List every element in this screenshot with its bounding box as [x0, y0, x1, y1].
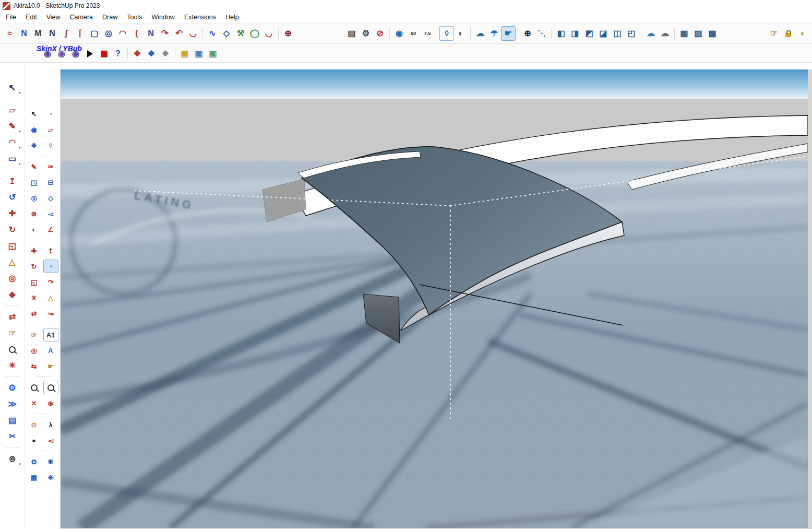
palette-pencil-icon[interactable]: ✎	[27, 160, 41, 173]
arc-up-icon[interactable]: ◠	[116, 27, 129, 40]
palette-push-hand-icon[interactable]: ☛	[44, 360, 58, 372]
petal-curve-icon[interactable]: ◡	[262, 27, 276, 40]
box-yellow-icon[interactable]: ▣	[178, 47, 192, 61]
open-folder-icon[interactable]: ▤	[345, 27, 359, 40]
palette-zoom-window-icon[interactable]	[44, 381, 58, 394]
menu-item-extensions[interactable]: Extensions	[180, 13, 221, 22]
palette-compass-icon[interactable]: ⊕	[27, 207, 41, 220]
corner-arc-icon[interactable]: ⌈	[74, 27, 87, 40]
menu-item-edit[interactable]: Edit	[21, 13, 42, 22]
palette-grab-icon[interactable]: ☞	[27, 328, 41, 341]
palette-swap-icon[interactable]: ⇆	[27, 360, 41, 372]
palette-circle-icon[interactable]: ◎	[27, 192, 41, 204]
palette-camera-stand-icon[interactable]: ⊙	[27, 418, 41, 431]
grid-dense-icon[interactable]: ▩	[706, 27, 719, 40]
palette-spiral-icon[interactable]: ◐	[27, 223, 41, 236]
component-c-icon[interactable]: ◩	[582, 27, 596, 40]
avatar-button-dropdown[interactable]: ▾	[19, 462, 21, 466]
cloud-left-icon[interactable]: ☁	[473, 27, 487, 40]
line-tool-dropdown[interactable]: ▾	[19, 130, 21, 134]
palette-zoom-cancel-icon[interactable]: ✕	[27, 397, 41, 409]
cloud-sync-icon[interactable]: ☁	[644, 27, 658, 40]
palette-taper-icon[interactable]: △	[44, 291, 58, 304]
polygon-icon[interactable]: ◇	[220, 27, 233, 40]
avatar-button[interactable]: ⊚▾	[5, 453, 20, 465]
hatch-pattern-icon[interactable]: ◐	[454, 27, 468, 40]
pointing-hand-icon[interactable]: ☛	[501, 27, 515, 40]
palette-select-icon[interactable]: ↖	[27, 108, 41, 120]
lock-icon[interactable]	[781, 27, 795, 40]
arc-tool[interactable]: ◠▾	[5, 136, 20, 149]
scale-7-5-icon[interactable]: 7.5	[421, 27, 434, 40]
cloud-up-icon[interactable]: ☂	[487, 27, 501, 40]
rotated-curve-icon[interactable]: ↷	[158, 27, 172, 40]
export-red-icon[interactable]: ❖	[130, 47, 144, 61]
bezier-curve-icon[interactable]: N	[17, 27, 31, 40]
line-tool[interactable]: ✎▾	[5, 120, 20, 133]
water-drop-icon[interactable]: ◊	[440, 27, 453, 40]
palette-text-tag-icon[interactable]: A1	[44, 328, 58, 341]
compass-icon[interactable]: ⊕	[281, 27, 295, 40]
palette-polygon-icon[interactable]: ◇	[44, 192, 58, 204]
palette-look-icon[interactable]: ◅	[44, 434, 58, 446]
palette-zoom-icon[interactable]	[27, 381, 41, 394]
followme-tool[interactable]: ↺	[5, 191, 20, 204]
component-f-icon[interactable]: ◰	[625, 27, 638, 40]
s-curve-icon[interactable]: ∫	[59, 27, 73, 40]
scale-50-icon[interactable]: 50	[407, 27, 420, 40]
open-curve-icon[interactable]: (	[130, 27, 144, 40]
palette-font-icon[interactable]: A	[44, 344, 58, 357]
help-button[interactable]: ?	[111, 47, 125, 61]
model-gear-tool[interactable]: ⚙	[5, 382, 20, 394]
dashed-line-icon[interactable]: ⋱	[535, 27, 548, 40]
menu-item-camera[interactable]: Camera	[65, 13, 98, 22]
component-b-icon[interactable]: ◨	[568, 27, 582, 40]
palette-orbit-flag-icon[interactable]: ◔	[44, 108, 58, 120]
polyline-icon[interactable]: N	[144, 27, 158, 40]
palette-walk-icon[interactable]: λ	[44, 418, 58, 431]
export-gray-icon[interactable]: ❖	[159, 47, 172, 61]
palette-axes-icon[interactable]: ◎	[27, 344, 41, 357]
rounded-rectangle-icon[interactable]: ▢	[88, 27, 101, 40]
double-spline-icon[interactable]: M	[31, 27, 45, 40]
rectangle-tool[interactable]: ▭▾	[5, 152, 20, 165]
spline-icon[interactable]: N	[45, 27, 59, 40]
box-blue-icon[interactable]: ▣	[192, 47, 206, 61]
grid-diagonal-icon[interactable]: ▨	[691, 27, 705, 40]
palette-mirror-icon[interactable]: ⇄	[27, 307, 41, 320]
palette-rect-pair-icon[interactable]: ⊟	[44, 176, 58, 189]
move-tool[interactable]: ✚	[5, 207, 20, 220]
cloud-alt-icon[interactable]: ☁	[658, 27, 672, 40]
sine-line-icon[interactable]: ∿	[206, 27, 219, 40]
export-blue-icon[interactable]: ❖	[145, 47, 158, 61]
zoom-extents-tool[interactable]: ✳	[5, 359, 20, 372]
palette-extrude-icon[interactable]: ↥	[44, 244, 58, 257]
rotate-tool[interactable]: ↻	[5, 224, 20, 236]
palette-rect-corner-icon[interactable]: ◳	[27, 176, 41, 189]
menu-item-tools[interactable]: Tools	[122, 13, 147, 22]
stop-script-button[interactable]	[97, 47, 111, 61]
palette-arc-segment-icon[interactable]: ◔	[44, 260, 58, 273]
palette-soft-eraser-icon[interactable]: ▱	[44, 123, 58, 136]
palette-gear-icon[interactable]: ⚙	[27, 455, 41, 468]
run-script-button[interactable]	[83, 47, 97, 61]
paint-tool[interactable]: ◈	[5, 288, 20, 301]
smooth-terrain-tool[interactable]: ≫	[5, 398, 20, 410]
rectangle-tool-dropdown[interactable]: ▾	[19, 162, 21, 166]
circle-tool[interactable]: ◎	[5, 272, 20, 285]
menu-item-view[interactable]: View	[42, 13, 65, 22]
palette-scatter-alt-icon[interactable]: ❊	[44, 471, 58, 484]
box-green-icon[interactable]: ▣	[206, 47, 220, 61]
pan-tool[interactable]: ☞	[5, 327, 20, 339]
menu-item-file[interactable]: File	[1, 13, 21, 22]
palette-zoom-rotate-icon[interactable]: ⊛	[44, 397, 58, 409]
trim-tool[interactable]: ✂	[5, 430, 20, 443]
spiral-icon[interactable]: ◎	[102, 27, 115, 40]
arc-down-icon[interactable]: ◡	[186, 27, 200, 40]
menu-item-help[interactable]: Help	[221, 13, 244, 22]
palette-scale-icon[interactable]: ◱	[27, 276, 41, 288]
stack-layers-tool[interactable]: ▤	[5, 414, 20, 427]
pushpull-tool[interactable]: ↥	[5, 175, 20, 187]
palette-orbit-dark-icon[interactable]: ●	[27, 434, 41, 446]
palette-sphere-icon[interactable]: ◉	[27, 123, 41, 136]
